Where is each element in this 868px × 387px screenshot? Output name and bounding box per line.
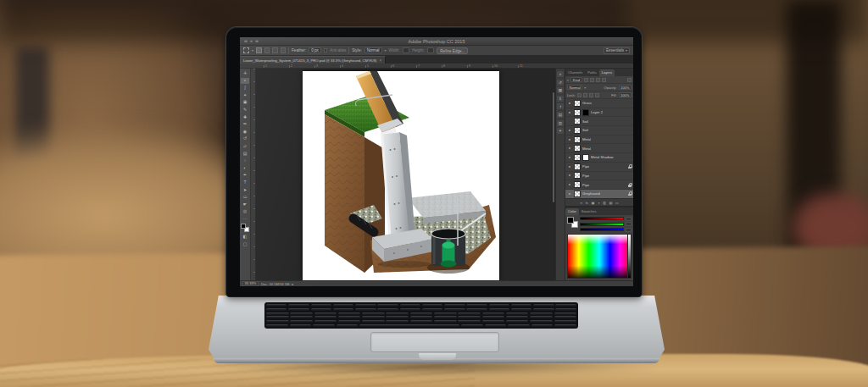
layer-row-pipe[interactable]: ●Pipe [565, 172, 633, 181]
width-input[interactable] [403, 47, 410, 53]
layer-mask-thumbnail[interactable] [582, 109, 589, 116]
type-tool-icon[interactable]: T [241, 180, 249, 186]
lock-pixels-button[interactable] [583, 93, 587, 97]
style-dropdown[interactable]: Normal [364, 47, 382, 53]
blue-value-input[interactable] [626, 228, 632, 232]
document-tab[interactable]: Lower_Waterproofing_System_071415_3_PRO.… [240, 56, 386, 64]
marquee-tool-preset-icon[interactable] [243, 47, 249, 53]
fill-input[interactable]: 100% [619, 92, 632, 98]
crop-tool-icon[interactable]: ▣ [241, 99, 249, 106]
add-layer-mask-button[interactable]: ▣ [591, 201, 594, 205]
selection-subtract-button[interactable] [272, 47, 278, 53]
layer-thumbnail[interactable] [574, 136, 581, 143]
link-layers-button[interactable]: ∞ [580, 201, 582, 205]
layer-thumbnail[interactable] [574, 191, 581, 197]
filter-type-button[interactable] [596, 78, 600, 82]
foreground-color-swatch[interactable] [241, 224, 246, 229]
minimize-window-button[interactable] [250, 40, 253, 43]
canvas-scrollbar[interactable] [553, 92, 554, 202]
lock-transparency-button[interactable] [577, 93, 581, 97]
healing-brush-tool-icon[interactable]: ✚ [241, 114, 249, 121]
brush-tool-icon[interactable]: ✏ [241, 121, 249, 128]
dodge-tool-icon[interactable]: ◐ [241, 165, 249, 172]
layer-visibility-toggle[interactable]: ● [567, 156, 572, 159]
move-tool-icon[interactable]: ✛ [241, 70, 249, 77]
kind-filter-dropdown[interactable]: Kind [570, 77, 581, 83]
zoom-level-input[interactable]: 33.33% [242, 281, 259, 286]
layer-row-layer-2[interactable]: ●Layer 2 [565, 108, 633, 118]
color-spectrum-ramp[interactable] [567, 234, 632, 279]
quick-mask-icon[interactable]: ◧ [241, 234, 249, 240]
magic-wand-tool-icon[interactable]: ✴ [241, 92, 249, 99]
blend-mode-dropdown[interactable]: Normal [567, 85, 582, 91]
panel-tab-paths[interactable]: Paths [585, 69, 598, 76]
anti-alias-checkbox[interactable] [324, 48, 328, 53]
selection-add-button[interactable] [264, 47, 270, 53]
close-tab-icon[interactable]: × [380, 58, 382, 63]
eraser-tool-icon[interactable]: ▱ [241, 143, 249, 150]
blue-slider[interactable] [580, 228, 624, 231]
close-window-button[interactable] [244, 40, 248, 43]
layer-row-greyhound[interactable]: ●Greyhound [565, 190, 633, 198]
tool-preset-caret-icon[interactable]: ▾ [252, 48, 253, 53]
libraries-panel-icon[interactable]: ▥ [557, 120, 564, 126]
layer-effects-button[interactable]: fx [586, 201, 588, 205]
rectangular-marquee-tool-icon[interactable]: ▫ [241, 78, 249, 85]
layer-visibility-toggle[interactable]: ● [567, 129, 572, 132]
layer-thumbnail[interactable] [574, 109, 581, 116]
zoom-window-button[interactable] [255, 40, 259, 43]
layer-row-grass[interactable]: ●Grass [565, 99, 633, 108]
layer-visibility-toggle[interactable]: ● [567, 183, 572, 186]
edit-toolbar-icon[interactable]: ⋯ [241, 216, 249, 223]
new-group-button[interactable]: ▥ [603, 201, 606, 205]
height-input[interactable] [427, 47, 435, 53]
layer-row-metal[interactable]: ●Metal [565, 144, 633, 153]
status-options-arrow-icon[interactable]: ▸ [292, 282, 293, 286]
filter-adjustment-button[interactable] [590, 78, 594, 82]
shape-tool-icon[interactable]: ▭ [241, 194, 249, 201]
filter-toggle-button[interactable] [627, 78, 632, 82]
layer-row-soil[interactable]: ●Soil [565, 126, 633, 135]
green-slider[interactable] [580, 223, 624, 226]
new-layer-button[interactable]: ▤ [609, 201, 612, 205]
layer-thumbnail[interactable] [574, 100, 581, 107]
layer-visibility-toggle[interactable]: ● [567, 192, 572, 196]
layer-row-metal-shadow[interactable]: ●Metal Shadow [565, 153, 633, 163]
layer-row-pipe[interactable]: ●Pipe [565, 163, 633, 172]
gradient-tool-icon[interactable]: ▤ [241, 151, 249, 158]
lock-all-button[interactable] [595, 93, 599, 97]
adjustment-layer-button[interactable]: ◑ [598, 201, 600, 205]
color-tab-color[interactable]: Color [565, 208, 579, 215]
hand-tool-icon[interactable]: ☛ [241, 202, 249, 208]
screen-mode-icon[interactable]: ▢ [241, 241, 249, 248]
layer-row-soil[interactable]: Soil [565, 117, 633, 126]
layer-visibility-toggle[interactable]: ● [567, 111, 572, 114]
style-caret-icon[interactable]: ▾ [385, 48, 387, 53]
selection-intersect-button[interactable] [281, 47, 287, 53]
brush-settings-panel-icon[interactable]: ✦ [557, 128, 564, 134]
panel-tab-channels[interactable]: Channels [565, 69, 585, 76]
layer-thumbnail[interactable] [574, 118, 581, 124]
history-brush-tool-icon[interactable]: ↺ [241, 135, 249, 142]
green-value-input[interactable] [626, 222, 632, 226]
eyedropper-tool-icon[interactable]: ✎ [241, 107, 249, 113]
layer-visibility-toggle[interactable]: ● [567, 174, 572, 177]
layer-row-pipe[interactable]: ●Pipe [565, 180, 633, 190]
layer-thumbnail[interactable] [574, 154, 581, 161]
panel-tab-layers[interactable]: Layers [599, 69, 615, 76]
red-slider[interactable] [580, 217, 624, 220]
blur-tool-icon[interactable]: ○ [241, 158, 249, 164]
refine-edge-button[interactable]: Refine Edge... [437, 47, 468, 54]
red-value-input[interactable] [626, 217, 632, 221]
layer-visibility-toggle[interactable]: ● [567, 102, 572, 105]
collapse-panels-icon[interactable]: « [557, 71, 564, 77]
feather-input[interactable]: 0 px [309, 47, 321, 53]
history-panel-icon[interactable]: ↺ [557, 80, 564, 86]
layer-thumbnail[interactable] [574, 163, 581, 170]
grayscale-ramp[interactable] [627, 235, 632, 278]
filter-pixel-button[interactable] [584, 78, 588, 82]
layer-mask-thumbnail[interactable] [582, 154, 589, 161]
pen-tool-icon[interactable]: ✒ [241, 172, 249, 179]
layer-visibility-toggle[interactable]: ● [567, 147, 572, 150]
layer-thumbnail[interactable] [574, 181, 581, 188]
